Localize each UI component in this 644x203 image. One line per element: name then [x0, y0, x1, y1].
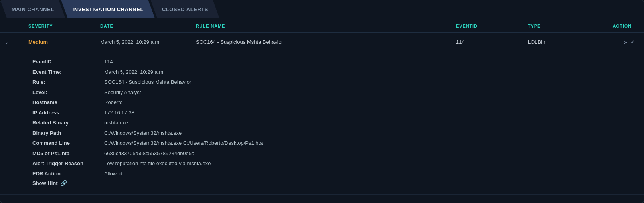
detail-value-md5: 6685c433705f558c5535789234db0e5a — [104, 150, 194, 158]
rule-name-cell: SOC164 - Suspicious Mshta Behavior — [196, 39, 456, 45]
detail-value-eventid: 114 — [104, 58, 113, 66]
app-container: MAIN CHANNEL INVESTIGATION CHANNEL CLOSE… — [0, 0, 644, 203]
expand-icon[interactable]: ⌄ — [4, 39, 28, 45]
action-cell: » ✓ — [592, 38, 640, 45]
show-hint-row[interactable]: Show Hint 🔗 — [32, 180, 636, 186]
col-header-action: ACTION — [592, 24, 640, 28]
severity-cell: Medium — [28, 39, 100, 45]
tab-closed[interactable]: CLOSED ALERTS — [151, 0, 219, 18]
tab-investigation-label: INVESTIGATION CHANNEL — [73, 6, 144, 12]
detail-value-level: Security Analyst — [104, 89, 141, 97]
forward-icon[interactable]: » — [624, 39, 627, 45]
detail-panel: EventID: 114 Event Time: March 5, 2022, … — [0, 51, 644, 195]
detail-row-binarypath: Binary Path C:/Windows/System32/mshta.ex… — [32, 129, 636, 137]
detail-label-edr: EDR Action — [32, 170, 104, 178]
detail-row-eventid: EventID: 114 — [32, 58, 636, 66]
col-header-rulename: RULE NAME — [196, 24, 456, 28]
detail-row-cmdline: Command Line C:/Windows/System32/mshta.e… — [32, 139, 636, 147]
table-area: SEVERITY DATE RULE NAME EVENTID TYPE ACT… — [0, 18, 644, 195]
tab-investigation[interactable]: INVESTIGATION CHANNEL — [61, 0, 155, 18]
detail-value-trigger: Low reputation hta file executed via msh… — [104, 160, 211, 168]
hint-link-icon: 🔗 — [60, 180, 67, 186]
detail-row-md5: MD5 of Ps1.hta 6685c433705f558c553578923… — [32, 150, 636, 158]
detail-label-trigger: Alert Trigger Reason — [32, 160, 104, 168]
detail-row-binary: Related Binary mshta.exe — [32, 119, 636, 127]
detail-value-binarypath: C:/Windows/System32/mshta.exe — [104, 129, 182, 137]
detail-value-edr: Allowed — [104, 170, 122, 178]
date-cell: March 5, 2022, 10:29 a.m. — [100, 39, 196, 45]
detail-value-rule: SOC164 - Suspicious Mshta Behavior — [104, 78, 191, 86]
col-header-severity: SEVERITY — [28, 24, 100, 28]
col-header-type: TYPE — [528, 24, 592, 28]
eventid-cell: 114 — [456, 39, 528, 45]
detail-row-edr: EDR Action Allowed — [32, 170, 636, 178]
table-row[interactable]: ⌄ Medium March 5, 2022, 10:29 a.m. SOC16… — [0, 33, 644, 51]
detail-row-hostname: Hostname Roberto — [32, 99, 636, 106]
tab-closed-label: CLOSED ALERTS — [162, 6, 208, 12]
detail-value-binary: mshta.exe — [104, 119, 128, 127]
show-hint-label[interactable]: Show Hint — [32, 180, 58, 186]
detail-label-level: Level: — [32, 89, 104, 97]
col-header-eventid: EVENTID — [456, 24, 528, 28]
detail-label-md5: MD5 of Ps1.hta — [32, 150, 104, 158]
detail-label-cmdline: Command Line — [32, 139, 104, 147]
tab-main[interactable]: MAIN CHANNEL — [0, 0, 65, 18]
detail-label-rule: Rule: — [32, 78, 104, 86]
detail-label-binarypath: Binary Path — [32, 129, 104, 137]
detail-row-level: Level: Security Analyst — [32, 89, 636, 97]
detail-label-eventtime: Event Time: — [32, 68, 104, 76]
detail-value-hostname: Roberto — [104, 99, 122, 106]
table-header: SEVERITY DATE RULE NAME EVENTID TYPE ACT… — [0, 18, 644, 33]
detail-value-ip: 172.16.17.38 — [104, 109, 134, 117]
detail-label-binary: Related Binary — [32, 119, 104, 127]
col-header-date: DATE — [100, 24, 196, 28]
detail-label-hostname: Hostname — [32, 99, 104, 106]
detail-value-eventtime: March 5, 2022, 10:29 a.m. — [104, 68, 165, 76]
type-cell: LOLBin — [528, 39, 592, 45]
tabs-bar: MAIN CHANNEL INVESTIGATION CHANNEL CLOSE… — [0, 0, 644, 18]
detail-label-eventid: EventID: — [32, 58, 104, 66]
detail-row-trigger: Alert Trigger Reason Low reputation hta … — [32, 160, 636, 168]
detail-value-cmdline: C:/Windows/System32/mshta.exe C:/Users/R… — [104, 139, 263, 147]
detail-row-ip: IP Address 172.16.17.38 — [32, 109, 636, 117]
tab-main-label: MAIN CHANNEL — [12, 6, 54, 12]
detail-row-rule: Rule: SOC164 - Suspicious Mshta Behavior — [32, 78, 636, 86]
detail-row-eventtime: Event Time: March 5, 2022, 10:29 a.m. — [32, 68, 636, 76]
check-icon[interactable]: ✓ — [630, 38, 636, 45]
detail-label-ip: IP Address — [32, 109, 104, 117]
